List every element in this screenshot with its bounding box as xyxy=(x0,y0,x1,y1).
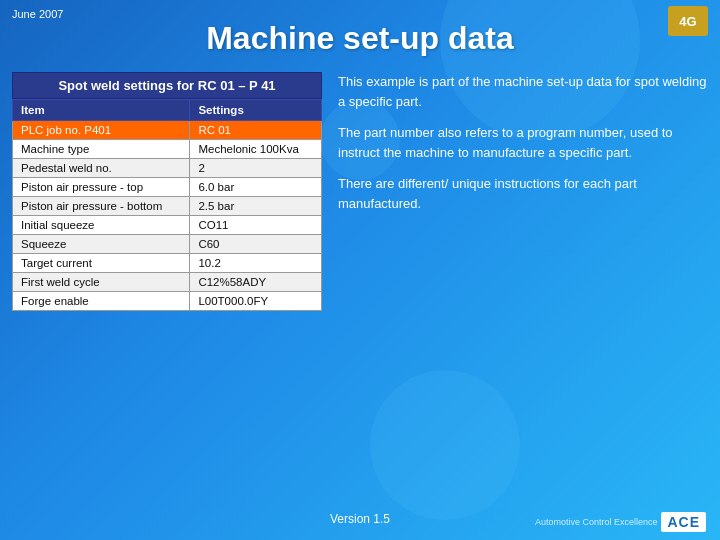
right-paragraph-1: This example is part of the machine set-… xyxy=(338,72,708,111)
table-cell-item: Pedestal weld no. xyxy=(13,159,190,178)
table-cell-settings: CO11 xyxy=(190,216,322,235)
page-title: Machine set-up data xyxy=(0,20,720,57)
table-cell-item: Squeeze xyxy=(13,235,190,254)
table-container: Spot weld settings for RC 01 – P 41 Item… xyxy=(12,72,322,311)
main-content: Spot weld settings for RC 01 – P 41 Item… xyxy=(12,72,708,311)
table-row: Initial squeezeCO11 xyxy=(13,216,322,235)
table-cell-item: Forge enable xyxy=(13,292,190,311)
table-cell-item: Target current xyxy=(13,254,190,273)
table-row: Pedestal weld no.2 xyxy=(13,159,322,178)
table-cell-settings: 6.0 bar xyxy=(190,178,322,197)
right-paragraph-2: The part number also refers to a program… xyxy=(338,123,708,162)
table-row: Piston air pressure - top6.0 bar xyxy=(13,178,322,197)
col-header-settings: Settings xyxy=(190,100,322,121)
table-row: SqueezeC60 xyxy=(13,235,322,254)
table-cell-settings: RC 01 xyxy=(190,121,322,140)
table-cell-settings: L00T000.0FY xyxy=(190,292,322,311)
ace-logo-area: Automotive Control Excellence ACE xyxy=(535,512,706,532)
table-row: First weld cycleC12%58ADY xyxy=(13,273,322,292)
table-cell-settings: Mechelonic 100Kva xyxy=(190,140,322,159)
col-header-item: Item xyxy=(13,100,190,121)
table-cell-settings: C60 xyxy=(190,235,322,254)
table-title: Spot weld settings for RC 01 – P 41 xyxy=(12,72,322,99)
table-cell-item: Piston air pressure - bottom xyxy=(13,197,190,216)
table-cell-item: PLC job no. P401 xyxy=(13,121,190,140)
ace-logo-sub: Automotive Control Excellence xyxy=(535,517,658,527)
header-date: June 2007 xyxy=(12,8,63,20)
table-cell-settings: 2 xyxy=(190,159,322,178)
right-text: This example is part of the machine set-… xyxy=(338,72,708,311)
table-cell-item: Initial squeeze xyxy=(13,216,190,235)
table-row: Piston air pressure - bottom2.5 bar xyxy=(13,197,322,216)
table-cell-settings: 2.5 bar xyxy=(190,197,322,216)
table-row: Target current10.2 xyxy=(13,254,322,273)
ace-logo-text: ACE xyxy=(661,512,706,532)
right-paragraph-3: There are different/ unique instructions… xyxy=(338,174,708,213)
settings-table: Item Settings PLC job no. P401RC 01Machi… xyxy=(12,99,322,311)
table-cell-item: Piston air pressure - top xyxy=(13,178,190,197)
table-row: PLC job no. P401RC 01 xyxy=(13,121,322,140)
table-cell-settings: 10.2 xyxy=(190,254,322,273)
table-cell-item: First weld cycle xyxy=(13,273,190,292)
table-cell-item: Machine type xyxy=(13,140,190,159)
table-row: Machine typeMechelonic 100Kva xyxy=(13,140,322,159)
table-cell-settings: C12%58ADY xyxy=(190,273,322,292)
table-row: Forge enableL00T000.0FY xyxy=(13,292,322,311)
